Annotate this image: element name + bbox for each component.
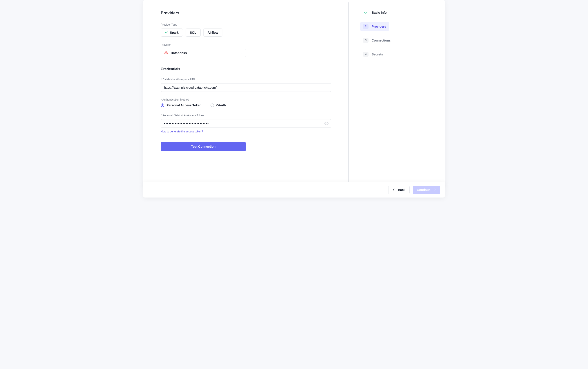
provider-type-label: Provider Type bbox=[161, 23, 331, 26]
arrow-right-icon bbox=[433, 188, 436, 192]
check-icon bbox=[363, 10, 368, 15]
provider-type-row: Spark SQL Airflow bbox=[161, 29, 331, 37]
auth-method-label: Authentication Method bbox=[161, 98, 331, 101]
step-number-badge: 2 bbox=[363, 24, 368, 29]
form-panel: Providers Provider Type Spark SQL Airflo… bbox=[150, 0, 342, 186]
stepper-panel: Basic Info 2 Providers 3 Connections 4 S… bbox=[349, 0, 445, 186]
main-column: Providers Provider Type Spark SQL Airflo… bbox=[143, 0, 349, 186]
provider-type-label-text: SQL bbox=[190, 31, 196, 34]
step-label: Connections bbox=[372, 39, 391, 42]
radio-selected-icon bbox=[161, 103, 164, 107]
wizard-card: Providers Provider Type Spark SQL Airflo… bbox=[143, 0, 445, 186]
step-label: Basic Info bbox=[372, 11, 387, 14]
check-icon bbox=[165, 31, 168, 34]
workspace-url-input[interactable] bbox=[161, 83, 331, 92]
radio-unselected-icon bbox=[211, 103, 214, 107]
back-button[interactable]: Back bbox=[388, 186, 410, 194]
section-title: Providers bbox=[161, 11, 331, 15]
token-input[interactable] bbox=[161, 119, 331, 128]
step-label: Secrets bbox=[372, 52, 383, 56]
workspace-url-label: Databricks Workspace URL bbox=[161, 78, 331, 81]
continue-button-label: Continue bbox=[417, 188, 430, 192]
svg-point-0 bbox=[326, 123, 327, 124]
step-secrets[interactable]: 4 Secrets bbox=[360, 50, 386, 59]
provider-select[interactable]: Databricks bbox=[161, 49, 246, 57]
radio-label: Personal Access Token bbox=[167, 103, 202, 107]
continue-button[interactable]: Continue bbox=[413, 186, 440, 194]
provider-type-label-text: Airflow bbox=[208, 31, 218, 34]
step-number-badge: 4 bbox=[363, 52, 368, 57]
test-connection-button[interactable]: Test Connection bbox=[161, 142, 246, 151]
token-label: Personal Databricks Access Token bbox=[161, 114, 331, 117]
step-label: Providers bbox=[372, 25, 386, 28]
stepper: Basic Info 2 Providers 3 Connections 4 S… bbox=[360, 8, 445, 59]
provider-label: Provider bbox=[161, 43, 331, 46]
step-basic-info[interactable]: Basic Info bbox=[360, 8, 390, 17]
provider-select-value: Databricks bbox=[171, 51, 237, 55]
provider-type-airflow[interactable]: Airflow bbox=[203, 29, 223, 37]
auth-method-pat[interactable]: Personal Access Token bbox=[161, 103, 202, 107]
scrollbar[interactable] bbox=[348, 2, 349, 184]
auth-method-oauth[interactable]: OAuth bbox=[211, 103, 226, 107]
databricks-icon bbox=[164, 51, 168, 55]
provider-type-spark[interactable]: Spark bbox=[161, 29, 183, 37]
auth-method-row: Personal Access Token OAuth bbox=[161, 103, 331, 107]
radio-label: OAuth bbox=[216, 103, 226, 107]
chevron-down-icon bbox=[240, 52, 243, 54]
credentials-title: Credentials bbox=[161, 67, 331, 71]
provider-type-sql[interactable]: SQL bbox=[186, 29, 201, 37]
step-providers[interactable]: 2 Providers bbox=[360, 22, 389, 31]
back-button-label: Back bbox=[398, 188, 405, 192]
arrow-left-icon bbox=[393, 188, 396, 192]
eye-icon[interactable] bbox=[324, 121, 329, 126]
provider-type-label-text: Spark bbox=[170, 31, 179, 34]
token-help-link[interactable]: How to generate the access token? bbox=[161, 130, 203, 133]
step-connections[interactable]: 3 Connections bbox=[360, 36, 394, 45]
footer-bar: Back Continue bbox=[143, 182, 445, 197]
step-number-badge: 3 bbox=[363, 38, 368, 43]
